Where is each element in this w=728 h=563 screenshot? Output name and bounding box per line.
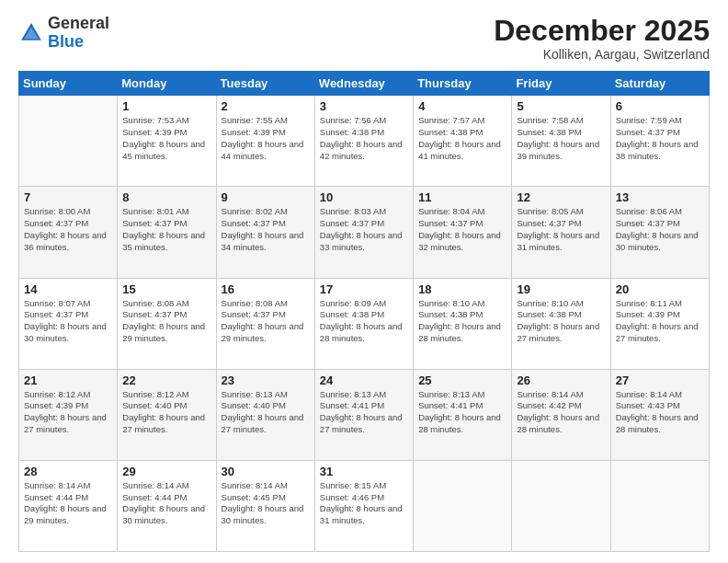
table-row: 28 Sunrise: 8:14 AM Sunset: 4:44 PM Dayl… xyxy=(19,460,118,551)
col-monday: Monday xyxy=(118,72,216,96)
day-info: Sunrise: 7:57 AM Sunset: 4:38 PM Dayligh… xyxy=(418,115,506,162)
table-row: 8 Sunrise: 8:01 AM Sunset: 4:37 PM Dayli… xyxy=(118,187,216,278)
col-sunday: Sunday xyxy=(19,72,118,96)
day-number: 2 xyxy=(222,99,310,113)
day-info: Sunrise: 8:10 AM Sunset: 4:38 PM Dayligh… xyxy=(418,298,506,345)
day-number: 26 xyxy=(517,373,605,387)
logo-blue: Blue xyxy=(48,32,84,51)
day-number: 8 xyxy=(122,190,210,204)
table-row: 15 Sunrise: 8:08 AM Sunset: 4:37 PM Dayl… xyxy=(118,278,216,369)
calendar-week-row: 14 Sunrise: 8:07 AM Sunset: 4:37 PM Dayl… xyxy=(19,278,710,369)
table-row: 21 Sunrise: 8:12 AM Sunset: 4:39 PM Dayl… xyxy=(19,369,118,460)
day-number: 16 xyxy=(222,282,310,296)
day-info: Sunrise: 8:08 AM Sunset: 4:37 PM Dayligh… xyxy=(222,298,310,345)
table-row xyxy=(512,460,610,551)
day-number: 9 xyxy=(222,190,310,204)
col-wednesday: Wednesday xyxy=(314,72,413,96)
day-info: Sunrise: 8:11 AM Sunset: 4:39 PM Dayligh… xyxy=(616,298,704,345)
col-friday: Friday xyxy=(512,72,610,96)
day-number: 23 xyxy=(222,373,310,387)
table-row: 2 Sunrise: 7:55 AM Sunset: 4:39 PM Dayli… xyxy=(216,96,314,187)
day-number: 21 xyxy=(24,373,112,387)
day-number: 27 xyxy=(616,373,704,387)
day-info: Sunrise: 8:01 AM Sunset: 4:37 PM Dayligh… xyxy=(122,206,210,253)
day-info: Sunrise: 7:55 AM Sunset: 4:39 PM Dayligh… xyxy=(222,115,310,162)
day-info: Sunrise: 8:15 AM Sunset: 4:46 PM Dayligh… xyxy=(320,480,408,527)
day-info: Sunrise: 7:56 AM Sunset: 4:38 PM Dayligh… xyxy=(320,115,408,162)
table-row: 13 Sunrise: 8:06 AM Sunset: 4:37 PM Dayl… xyxy=(610,187,709,278)
table-row: 12 Sunrise: 8:05 AM Sunset: 4:37 PM Dayl… xyxy=(512,187,610,278)
day-number: 18 xyxy=(418,282,506,296)
table-row: 11 Sunrise: 8:04 AM Sunset: 4:37 PM Dayl… xyxy=(414,187,512,278)
table-row: 19 Sunrise: 8:10 AM Sunset: 4:38 PM Dayl… xyxy=(512,278,610,369)
table-row: 14 Sunrise: 8:07 AM Sunset: 4:37 PM Dayl… xyxy=(19,278,118,369)
day-number: 3 xyxy=(320,99,408,113)
table-row xyxy=(610,460,709,551)
table-row: 22 Sunrise: 8:12 AM Sunset: 4:40 PM Dayl… xyxy=(118,369,216,460)
day-number: 7 xyxy=(24,190,112,204)
table-row: 29 Sunrise: 8:14 AM Sunset: 4:44 PM Dayl… xyxy=(118,460,216,551)
calendar-week-row: 28 Sunrise: 8:14 AM Sunset: 4:44 PM Dayl… xyxy=(19,460,710,551)
day-info: Sunrise: 8:13 AM Sunset: 4:40 PM Dayligh… xyxy=(222,389,310,436)
day-info: Sunrise: 8:00 AM Sunset: 4:37 PM Dayligh… xyxy=(24,206,112,253)
col-saturday: Saturday xyxy=(610,72,709,96)
day-number: 31 xyxy=(320,465,408,478)
day-info: Sunrise: 8:02 AM Sunset: 4:37 PM Dayligh… xyxy=(222,206,310,253)
table-row: 24 Sunrise: 8:13 AM Sunset: 4:41 PM Dayl… xyxy=(314,369,413,460)
day-number: 13 xyxy=(616,190,704,204)
table-row xyxy=(19,96,118,187)
logo: General Blue xyxy=(18,15,109,52)
page: General Blue December 2025 Kolliken, Aar… xyxy=(0,0,728,563)
day-number: 11 xyxy=(418,190,506,204)
calendar-week-row: 21 Sunrise: 8:12 AM Sunset: 4:39 PM Dayl… xyxy=(19,369,710,460)
day-number: 4 xyxy=(418,99,506,113)
day-info: Sunrise: 8:07 AM Sunset: 4:37 PM Dayligh… xyxy=(24,298,112,345)
table-row xyxy=(414,460,512,551)
table-row: 4 Sunrise: 7:57 AM Sunset: 4:38 PM Dayli… xyxy=(414,96,512,187)
table-row: 30 Sunrise: 8:14 AM Sunset: 4:45 PM Dayl… xyxy=(216,460,314,551)
day-info: Sunrise: 8:08 AM Sunset: 4:37 PM Dayligh… xyxy=(122,298,210,345)
location: Kolliken, Aargau, Switzerland xyxy=(494,47,710,62)
day-info: Sunrise: 8:14 AM Sunset: 4:44 PM Dayligh… xyxy=(24,480,112,527)
calendar-header-row: Sunday Monday Tuesday Wednesday Thursday… xyxy=(19,72,710,96)
calendar-table: Sunday Monday Tuesday Wednesday Thursday… xyxy=(18,71,710,552)
day-info: Sunrise: 8:14 AM Sunset: 4:43 PM Dayligh… xyxy=(616,389,704,436)
table-row: 9 Sunrise: 8:02 AM Sunset: 4:37 PM Dayli… xyxy=(216,187,314,278)
table-row: 1 Sunrise: 7:53 AM Sunset: 4:39 PM Dayli… xyxy=(118,96,216,187)
table-row: 5 Sunrise: 7:58 AM Sunset: 4:38 PM Dayli… xyxy=(512,96,610,187)
day-info: Sunrise: 7:53 AM Sunset: 4:39 PM Dayligh… xyxy=(122,115,210,162)
day-info: Sunrise: 8:14 AM Sunset: 4:42 PM Dayligh… xyxy=(517,389,605,436)
day-info: Sunrise: 8:09 AM Sunset: 4:38 PM Dayligh… xyxy=(320,298,408,345)
day-info: Sunrise: 8:04 AM Sunset: 4:37 PM Dayligh… xyxy=(418,206,506,253)
header: General Blue December 2025 Kolliken, Aar… xyxy=(18,15,710,62)
day-number: 5 xyxy=(517,99,605,113)
day-info: Sunrise: 7:58 AM Sunset: 4:38 PM Dayligh… xyxy=(517,115,605,162)
day-info: Sunrise: 7:59 AM Sunset: 4:37 PM Dayligh… xyxy=(616,115,704,162)
day-number: 17 xyxy=(320,282,408,296)
table-row: 7 Sunrise: 8:00 AM Sunset: 4:37 PM Dayli… xyxy=(19,187,118,278)
table-row: 17 Sunrise: 8:09 AM Sunset: 4:38 PM Dayl… xyxy=(314,278,413,369)
day-info: Sunrise: 8:12 AM Sunset: 4:39 PM Dayligh… xyxy=(24,389,112,436)
day-number: 12 xyxy=(517,190,605,204)
table-row: 10 Sunrise: 8:03 AM Sunset: 4:37 PM Dayl… xyxy=(314,187,413,278)
day-number: 14 xyxy=(24,282,112,296)
day-number: 25 xyxy=(418,373,506,387)
table-row: 3 Sunrise: 7:56 AM Sunset: 4:38 PM Dayli… xyxy=(314,96,413,187)
day-info: Sunrise: 8:13 AM Sunset: 4:41 PM Dayligh… xyxy=(418,389,506,436)
day-info: Sunrise: 8:06 AM Sunset: 4:37 PM Dayligh… xyxy=(616,206,704,253)
table-row: 25 Sunrise: 8:13 AM Sunset: 4:41 PM Dayl… xyxy=(414,369,512,460)
logo-general: General xyxy=(48,14,109,32)
day-info: Sunrise: 8:03 AM Sunset: 4:37 PM Dayligh… xyxy=(320,206,408,253)
logo-icon xyxy=(18,20,44,46)
table-row: 18 Sunrise: 8:10 AM Sunset: 4:38 PM Dayl… xyxy=(414,278,512,369)
month-title: December 2025 xyxy=(494,15,710,47)
table-row: 23 Sunrise: 8:13 AM Sunset: 4:40 PM Dayl… xyxy=(216,369,314,460)
day-info: Sunrise: 8:12 AM Sunset: 4:40 PM Dayligh… xyxy=(122,389,210,436)
day-number: 30 xyxy=(222,465,310,478)
table-row: 6 Sunrise: 7:59 AM Sunset: 4:37 PM Dayli… xyxy=(610,96,709,187)
day-info: Sunrise: 8:10 AM Sunset: 4:38 PM Dayligh… xyxy=(517,298,605,345)
table-row: 26 Sunrise: 8:14 AM Sunset: 4:42 PM Dayl… xyxy=(512,369,610,460)
day-info: Sunrise: 8:13 AM Sunset: 4:41 PM Dayligh… xyxy=(320,389,408,436)
day-number: 22 xyxy=(122,373,210,387)
table-row: 27 Sunrise: 8:14 AM Sunset: 4:43 PM Dayl… xyxy=(610,369,709,460)
